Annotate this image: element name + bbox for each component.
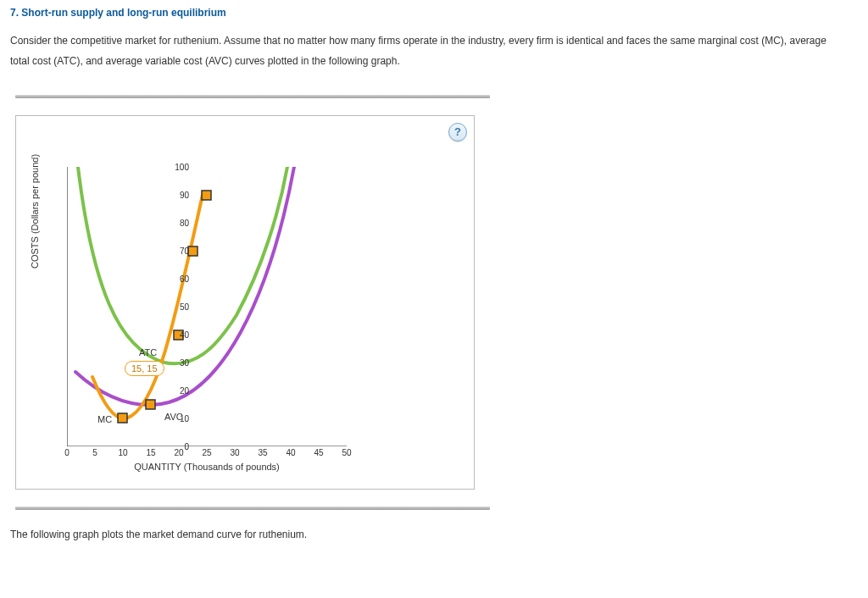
avc-label: AVC — [164, 412, 183, 422]
x-axis-label: QUANTITY (Thousands of pounds) — [67, 462, 347, 472]
mc-label: MC — [97, 414, 112, 424]
xtick-25: 25 — [194, 448, 220, 457]
question-paragraph: Consider the competitive market for ruth… — [10, 30, 841, 71]
xtick-50: 50 — [334, 448, 359, 457]
xtick-10: 10 — [110, 448, 136, 457]
cost-curves-plot[interactable] — [67, 167, 347, 446]
ytick-40: 40 — [155, 330, 189, 340]
chart-panel: ? COSTS (Dollars per pound) — [15, 115, 475, 490]
xtick-35: 35 — [250, 448, 275, 457]
svg-rect-24 — [118, 413, 127, 423]
xtick-15: 15 — [138, 448, 164, 457]
xtick-45: 45 — [306, 448, 331, 457]
ytick-80: 80 — [155, 219, 189, 228]
point-tooltip: 15, 15 — [125, 361, 164, 376]
divider-top — [15, 95, 490, 98]
xtick-30: 30 — [222, 448, 248, 457]
xtick-20: 20 — [166, 448, 192, 457]
footer-paragraph: The following graph plots the market dem… — [10, 529, 858, 540]
xtick-5: 5 — [82, 448, 108, 457]
help-icon[interactable]: ? — [448, 123, 467, 141]
xtick-40: 40 — [278, 448, 303, 457]
svg-rect-28 — [202, 191, 211, 200]
ytick-70: 70 — [155, 246, 189, 256]
ytick-100: 100 — [155, 163, 189, 172]
question-title: 7. Short-run supply and long-run equilib… — [10, 7, 858, 19]
y-axis-label: COSTS (Dollars per pound) — [30, 154, 40, 269]
svg-rect-27 — [188, 246, 198, 256]
atc-label: ATC — [139, 347, 157, 357]
ytick-90: 90 — [155, 191, 189, 200]
ytick-50: 50 — [155, 302, 189, 312]
divider-bottom — [15, 507, 490, 510]
ytick-60: 60 — [155, 274, 189, 284]
svg-rect-25 — [146, 400, 155, 409]
avc-curve — [75, 167, 294, 405]
ytick-20: 20 — [155, 386, 189, 396]
xtick-0: 0 — [54, 448, 80, 457]
